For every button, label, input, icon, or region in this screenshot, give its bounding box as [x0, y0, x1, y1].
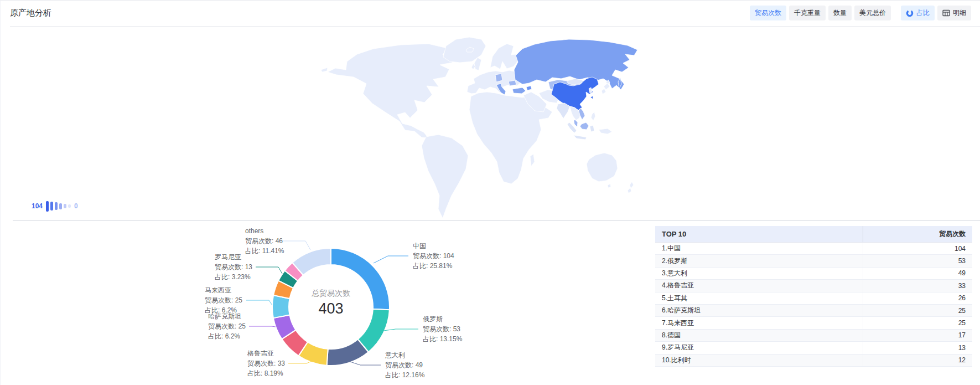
- legend-max-value: 104: [32, 202, 43, 210]
- slice-label-俄罗斯: 俄罗斯贸易次数: 53占比: 13.15%: [423, 314, 462, 344]
- table-row: 4.格鲁吉亚33: [655, 280, 972, 292]
- page-title: 原产地分析: [10, 8, 51, 18]
- table-cell-value: 104: [863, 243, 972, 254]
- table-header-top10: TOP 10: [655, 230, 863, 238]
- table-icon: [942, 9, 950, 17]
- label-leader-line: [256, 267, 282, 274]
- table-cell-country: 1.中国: [655, 244, 863, 253]
- table-cell-value: 17: [863, 330, 972, 341]
- toolbar: 贸易次数 千克重量 数量 美元总价 占比: [750, 6, 971, 20]
- donut-chart: 总贸易次数 403 中国贸易次数: 104占比: 25.81%俄罗斯贸易次数: …: [1, 219, 499, 385]
- legend-bars: [46, 201, 71, 212]
- map-region-scandinavia: [490, 44, 518, 69]
- metric-button-quantity[interactable]: 数量: [828, 6, 852, 20]
- world-map[interactable]: [302, 31, 656, 219]
- table-row: 7.马来西亚25: [655, 317, 972, 329]
- map-country-romania: [509, 80, 516, 86]
- legend-min-value: 0: [74, 202, 78, 210]
- table-cell-value: 13: [863, 342, 972, 353]
- label-leader-line: [374, 256, 408, 263]
- slice-label-罗马尼亚: 罗马尼亚贸易次数: 13占比: 3.23%: [215, 252, 252, 282]
- metric-button-kg-weight[interactable]: 千克重量: [789, 6, 826, 20]
- slice-label-others: others贸易次数: 46占比: 11.41%: [245, 226, 284, 256]
- view-button-proportion[interactable]: 占比: [901, 6, 935, 20]
- slice-label-哈萨克斯坦: 哈萨克斯坦贸易次数: 25占比: 6.2%: [208, 311, 246, 341]
- table-row: 10.比利时12: [655, 355, 972, 367]
- map-country-india: [557, 103, 570, 119]
- table-cell-country: 6.哈萨克斯坦: [655, 306, 863, 315]
- label-leader-line: [246, 300, 272, 305]
- origin-analysis-panel: 原产地分析 贸易次数 千克重量 数量 美元总价 占比: [0, 0, 980, 385]
- table-row: 6.哈萨克斯坦25: [655, 305, 972, 317]
- map-country-malaysia: [574, 120, 578, 127]
- metric-button-usd-total[interactable]: 美元总价: [854, 6, 891, 20]
- donut-icon: [906, 9, 914, 17]
- table-row: 9.罗马尼亚13: [655, 342, 972, 354]
- map-region-north-america: [328, 44, 455, 138]
- table-cell-country: 7.马来西亚: [655, 319, 863, 328]
- table-cell-country: 3.意大利: [655, 269, 863, 278]
- label-leader-line: [383, 329, 418, 331]
- view-button-detail[interactable]: 明细: [937, 6, 971, 20]
- table-cell-country: 10.比利时: [655, 356, 863, 365]
- table-row: 3.意大利49: [655, 268, 972, 280]
- table-cell-country: 8.德国: [655, 331, 863, 340]
- table-cell-value: 25: [863, 317, 972, 328]
- map-country-georgia: [526, 86, 532, 90]
- table-cell-value: 33: [863, 280, 972, 291]
- table-cell-value: 49: [863, 268, 972, 279]
- table-row: 2.俄罗斯53: [655, 255, 972, 267]
- map-visual-legend[interactable]: 104 0: [32, 199, 78, 213]
- metric-button-trade-count[interactable]: 贸易次数: [750, 6, 786, 20]
- table-cell-country: 4.格鲁吉亚: [655, 281, 863, 290]
- map-country-mongolia: [567, 79, 583, 85]
- table-cell-country: 2.俄罗斯: [655, 256, 863, 266]
- header-divider: [10, 26, 980, 27]
- top10-table: TOP 10 贸易次数 1.中国1042.俄罗斯533.意大利494.格鲁吉亚3…: [655, 226, 972, 367]
- label-leader-line: [350, 362, 381, 365]
- map-country-turkey: [512, 88, 526, 94]
- map-country-australia: [587, 153, 618, 182]
- table-row: 8.德国17: [655, 330, 972, 342]
- slice-label-马来西亚: 马来西亚贸易次数: 25占比: 6.2%: [205, 285, 242, 315]
- donut-center-label: 总贸易次数 403: [287, 289, 375, 317]
- table-row: 5.土耳其26: [655, 292, 972, 305]
- table-cell-country: 9.罗马尼亚: [655, 343, 863, 352]
- slice-label-中国: 中国贸易次数: 104占比: 25.81%: [413, 241, 454, 271]
- table-cell-value: 12: [863, 355, 972, 366]
- slice-label-格鲁吉亚: 格鲁吉亚贸易次数: 33占比: 8.19%: [247, 348, 285, 378]
- slice-label-意大利: 意大利贸易次数: 49占比: 12.16%: [385, 350, 424, 380]
- table-cell-country: 5.土耳其: [655, 294, 863, 303]
- label-leader-line: [249, 326, 276, 327]
- map-region-south-america: [422, 135, 468, 218]
- table-cell-value: 26: [863, 292, 972, 304]
- table-row: 1.中国104: [655, 243, 972, 255]
- table-header-trade-count: 贸易次数: [863, 226, 972, 242]
- table-body: 1.中国1042.俄罗斯533.意大利494.格鲁吉亚335.土耳其266.哈萨…: [655, 243, 972, 367]
- map-country-germany: [495, 74, 502, 82]
- table-cell-value: 53: [863, 255, 972, 266]
- map-country-vietnam: [579, 108, 585, 120]
- table-header-row: TOP 10 贸易次数: [655, 226, 972, 243]
- table-cell-value: 25: [863, 305, 972, 316]
